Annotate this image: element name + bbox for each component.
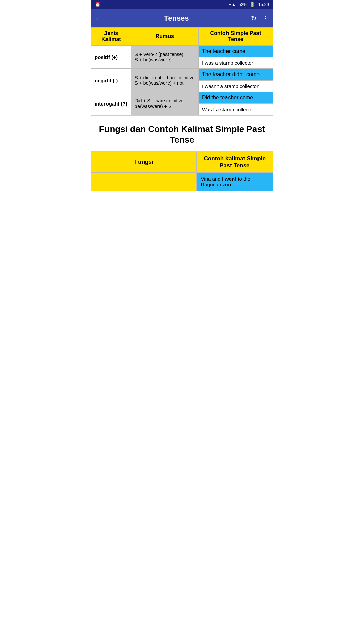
table-row: negatif (-) S + did + not + bare infinit… xyxy=(91,69,273,81)
table-row: Vina and I went to the Ragunan zoo xyxy=(91,173,273,191)
t2-header-contoh: Contoh kalimat Simple Past Tense xyxy=(196,152,273,173)
status-alarm-icon: ⏰ xyxy=(95,2,100,7)
contoh-negatif-1: The teacher didn't come xyxy=(199,69,273,81)
rumus-positif: S + Verb-2 (past tense)S + be(was/were) xyxy=(131,46,198,69)
app-bar-icons: ↻ ⋮ xyxy=(251,14,269,22)
status-network: H▲ xyxy=(228,2,236,7)
fungsi-table: Fungsi Contoh kalimat Simple Past Tense … xyxy=(91,152,273,191)
contoh-interogatif-1: Did the teacher come xyxy=(199,92,273,104)
section-title: Fungsi dan Contoh Kalimat Simple Past Te… xyxy=(91,116,273,152)
header-contoh: Contoh Simple Past Tense xyxy=(199,28,273,46)
t2-fungsi-cell xyxy=(91,173,197,191)
status-battery-icon: 🔋 xyxy=(250,2,255,7)
rumus-negatif: S + did + not + bare infinitiveS + be(wa… xyxy=(131,69,198,92)
tenses-table: Jenis Kalimat Rumus Contoh Simple Past T… xyxy=(91,27,273,115)
app-bar: ← Tenses ↻ ⋮ xyxy=(91,9,273,27)
refresh-button[interactable]: ↻ xyxy=(251,14,257,22)
contoh-negatif-2: I wasn't a stamp collector xyxy=(199,81,273,92)
bold-text: went xyxy=(225,176,236,182)
table-row: interogatif (?) Did + S + bare infinitiv… xyxy=(91,92,273,104)
menu-button[interactable]: ⋮ xyxy=(262,14,269,22)
page-title: Tenses xyxy=(106,14,247,23)
jenis-interogatif: interogatif (?) xyxy=(91,92,131,115)
status-battery: 52% xyxy=(238,2,247,7)
t2-header-fungsi: Fungsi xyxy=(91,152,197,173)
t2-contoh-cell: Vina and I went to the Ragunan zoo xyxy=(196,173,273,191)
contoh-positif-1: The teacher came xyxy=(199,46,273,57)
fungsi-table-section: Fungsi Contoh kalimat Simple Past Tense … xyxy=(91,152,273,191)
contoh-positif-2: I was a stamp collector xyxy=(199,57,273,69)
tenses-table-section: Jenis Kalimat Rumus Contoh Simple Past T… xyxy=(91,27,273,116)
header-jenis: Jenis Kalimat xyxy=(91,28,131,46)
back-button[interactable]: ← xyxy=(95,14,102,22)
jenis-negatif: negatif (-) xyxy=(91,69,131,92)
status-bar: ⏰ H▲ 52% 🔋 15:29 xyxy=(91,0,273,9)
header-rumus: Rumus xyxy=(131,28,198,46)
status-time: 15:29 xyxy=(258,2,269,7)
table-row: positif (+) S + Verb-2 (past tense)S + b… xyxy=(91,46,273,57)
jenis-positif: positif (+) xyxy=(91,46,131,69)
contoh-interogatif-2: Was I a stamp collector xyxy=(199,104,273,115)
rumus-interogatif: Did + S + bare infinitivebe(was/were) + … xyxy=(131,92,198,115)
